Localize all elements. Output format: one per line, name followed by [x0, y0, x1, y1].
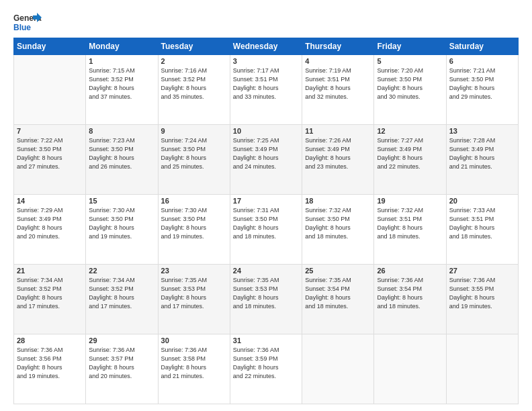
- day-number: 31: [233, 336, 299, 345]
- day-number: 2: [161, 57, 227, 65]
- page: General Blue SundayMondayTuesdayWednesda…: [0, 0, 532, 411]
- day-number: 27: [449, 267, 515, 275]
- calendar-week-row: 21Sunrise: 7:34 AMSunset: 3:52 PMDayligh…: [14, 265, 519, 334]
- calendar-cell: 2Sunrise: 7:16 AMSunset: 3:52 PMDaylight…: [158, 55, 230, 125]
- calendar-cell: 1Sunrise: 7:15 AMSunset: 3:52 PMDaylight…: [86, 55, 158, 125]
- logo: General Blue: [13, 12, 42, 32]
- calendar-cell: 16Sunrise: 7:30 AMSunset: 3:50 PMDayligh…: [158, 195, 230, 265]
- day-number: 30: [161, 336, 227, 345]
- day-number: 5: [377, 57, 443, 65]
- day-number: 24: [233, 267, 299, 275]
- day-info: Sunrise: 7:32 AMSunset: 3:50 PMDaylight:…: [305, 206, 371, 241]
- calendar-cell: 20Sunrise: 7:33 AMSunset: 3:51 PMDayligh…: [446, 195, 518, 265]
- day-info: Sunrise: 7:24 AMSunset: 3:50 PMDaylight:…: [161, 136, 227, 171]
- calendar-cell: 11Sunrise: 7:26 AMSunset: 3:49 PMDayligh…: [302, 125, 374, 195]
- weekday-header: Sunday: [14, 38, 86, 55]
- day-number: 7: [17, 127, 83, 135]
- calendar-cell: [14, 55, 86, 125]
- day-info: Sunrise: 7:27 AMSunset: 3:49 PMDaylight:…: [377, 136, 443, 171]
- logo-svg: General Blue: [13, 12, 42, 32]
- weekday-header: Saturday: [446, 38, 518, 55]
- day-number: 23: [161, 267, 227, 275]
- calendar-cell: 6Sunrise: 7:21 AMSunset: 3:50 PMDaylight…: [446, 55, 518, 125]
- weekday-header: Wednesday: [230, 38, 302, 55]
- calendar-body: 1Sunrise: 7:15 AMSunset: 3:52 PMDaylight…: [14, 55, 519, 404]
- calendar-cell: 4Sunrise: 7:19 AMSunset: 3:51 PMDaylight…: [302, 55, 374, 125]
- calendar-week-row: 7Sunrise: 7:22 AMSunset: 3:50 PMDaylight…: [14, 125, 519, 195]
- header-row: SundayMondayTuesdayWednesdayThursdayFrid…: [14, 38, 519, 55]
- day-number: 28: [17, 336, 83, 345]
- day-number: 26: [377, 267, 443, 275]
- day-number: 17: [233, 197, 299, 205]
- day-number: 15: [89, 197, 154, 205]
- calendar-cell: 26Sunrise: 7:36 AMSunset: 3:54 PMDayligh…: [374, 265, 446, 334]
- calendar-cell: 27Sunrise: 7:36 AMSunset: 3:55 PMDayligh…: [446, 265, 518, 334]
- day-number: 6: [449, 57, 515, 65]
- day-info: Sunrise: 7:34 AMSunset: 3:52 PMDaylight:…: [17, 276, 83, 311]
- day-info: Sunrise: 7:20 AMSunset: 3:50 PMDaylight:…: [377, 66, 443, 101]
- day-info: Sunrise: 7:35 AMSunset: 3:53 PMDaylight:…: [233, 276, 299, 311]
- calendar-header: SundayMondayTuesdayWednesdayThursdayFrid…: [14, 38, 519, 55]
- calendar-cell: 7Sunrise: 7:22 AMSunset: 3:50 PMDaylight…: [14, 125, 86, 195]
- day-info: Sunrise: 7:23 AMSunset: 3:50 PMDaylight:…: [89, 136, 154, 171]
- calendar-cell: [374, 334, 446, 404]
- calendar-table: SundayMondayTuesdayWednesdayThursdayFrid…: [13, 38, 519, 404]
- day-info: Sunrise: 7:16 AMSunset: 3:52 PMDaylight:…: [161, 66, 227, 101]
- day-number: 10: [233, 127, 299, 135]
- day-info: Sunrise: 7:36 AMSunset: 3:58 PMDaylight:…: [161, 346, 227, 381]
- day-number: 25: [305, 267, 371, 275]
- calendar-cell: 25Sunrise: 7:35 AMSunset: 3:54 PMDayligh…: [302, 265, 374, 334]
- day-number: 20: [449, 197, 515, 205]
- day-number: 16: [161, 197, 227, 205]
- calendar-cell: 19Sunrise: 7:32 AMSunset: 3:51 PMDayligh…: [374, 195, 446, 265]
- day-number: 9: [161, 127, 227, 135]
- day-info: Sunrise: 7:31 AMSunset: 3:50 PMDaylight:…: [233, 206, 299, 241]
- day-info: Sunrise: 7:35 AMSunset: 3:53 PMDaylight:…: [161, 276, 227, 311]
- day-number: 14: [17, 197, 83, 205]
- day-number: 3: [233, 57, 299, 65]
- day-info: Sunrise: 7:19 AMSunset: 3:51 PMDaylight:…: [305, 66, 371, 101]
- calendar-cell: [446, 334, 518, 404]
- calendar-cell: 13Sunrise: 7:28 AMSunset: 3:49 PMDayligh…: [446, 125, 518, 195]
- calendar-cell: 3Sunrise: 7:17 AMSunset: 3:51 PMDaylight…: [230, 55, 302, 125]
- calendar-cell: 21Sunrise: 7:34 AMSunset: 3:52 PMDayligh…: [14, 265, 86, 334]
- day-number: 12: [377, 127, 443, 135]
- day-info: Sunrise: 7:33 AMSunset: 3:51 PMDaylight:…: [449, 206, 515, 241]
- day-info: Sunrise: 7:30 AMSunset: 3:50 PMDaylight:…: [89, 206, 154, 241]
- calendar-cell: 12Sunrise: 7:27 AMSunset: 3:49 PMDayligh…: [374, 125, 446, 195]
- weekday-header: Thursday: [302, 38, 374, 55]
- day-number: 18: [305, 197, 371, 205]
- day-number: 1: [89, 57, 154, 65]
- day-number: 19: [377, 197, 443, 205]
- calendar-week-row: 14Sunrise: 7:29 AMSunset: 3:49 PMDayligh…: [14, 195, 519, 265]
- day-info: Sunrise: 7:17 AMSunset: 3:51 PMDaylight:…: [233, 66, 299, 101]
- weekday-header: Friday: [374, 38, 446, 55]
- day-number: 13: [449, 127, 515, 135]
- weekday-header: Monday: [86, 38, 158, 55]
- day-number: 8: [89, 127, 154, 135]
- day-info: Sunrise: 7:36 AMSunset: 3:55 PMDaylight:…: [449, 276, 515, 311]
- calendar-cell: 17Sunrise: 7:31 AMSunset: 3:50 PMDayligh…: [230, 195, 302, 265]
- day-info: Sunrise: 7:30 AMSunset: 3:50 PMDaylight:…: [161, 206, 227, 241]
- day-info: Sunrise: 7:36 AMSunset: 3:56 PMDaylight:…: [17, 346, 83, 381]
- svg-text:Blue: Blue: [13, 23, 31, 32]
- day-info: Sunrise: 7:26 AMSunset: 3:49 PMDaylight:…: [305, 136, 371, 171]
- day-number: 22: [89, 267, 154, 275]
- calendar-cell: 18Sunrise: 7:32 AMSunset: 3:50 PMDayligh…: [302, 195, 374, 265]
- day-number: 21: [17, 267, 83, 275]
- header: General Blue: [13, 12, 519, 32]
- calendar-cell: 8Sunrise: 7:23 AMSunset: 3:50 PMDaylight…: [86, 125, 158, 195]
- calendar-cell: 14Sunrise: 7:29 AMSunset: 3:49 PMDayligh…: [14, 195, 86, 265]
- day-info: Sunrise: 7:36 AMSunset: 3:54 PMDaylight:…: [377, 276, 443, 311]
- day-number: 29: [89, 336, 154, 345]
- day-info: Sunrise: 7:36 AMSunset: 3:57 PMDaylight:…: [89, 346, 154, 381]
- calendar-cell: 5Sunrise: 7:20 AMSunset: 3:50 PMDaylight…: [374, 55, 446, 125]
- calendar-week-row: 28Sunrise: 7:36 AMSunset: 3:56 PMDayligh…: [14, 334, 519, 404]
- calendar-cell: 30Sunrise: 7:36 AMSunset: 3:58 PMDayligh…: [158, 334, 230, 404]
- calendar-cell: 10Sunrise: 7:25 AMSunset: 3:49 PMDayligh…: [230, 125, 302, 195]
- calendar-cell: 28Sunrise: 7:36 AMSunset: 3:56 PMDayligh…: [14, 334, 86, 404]
- calendar-cell: 15Sunrise: 7:30 AMSunset: 3:50 PMDayligh…: [86, 195, 158, 265]
- day-info: Sunrise: 7:22 AMSunset: 3:50 PMDaylight:…: [17, 136, 83, 171]
- calendar-cell: 31Sunrise: 7:36 AMSunset: 3:59 PMDayligh…: [230, 334, 302, 404]
- day-info: Sunrise: 7:34 AMSunset: 3:52 PMDaylight:…: [89, 276, 154, 311]
